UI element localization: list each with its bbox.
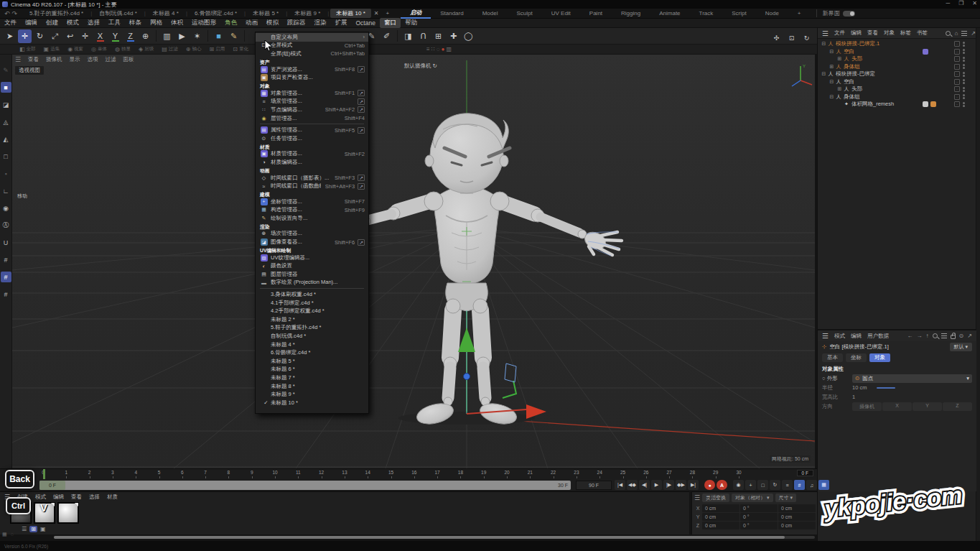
- tree-caret[interactable]: ⊞: [836, 56, 843, 62]
- coord-position-input[interactable]: 0 cm: [702, 513, 739, 521]
- tree-object-label[interactable]: 空白: [844, 78, 854, 85]
- menubar-item-编辑[interactable]: 编辑: [21, 18, 42, 28]
- timeline-ruler[interactable]: 0123456789101112131415161718192021222324…: [0, 469, 817, 480]
- visibility-dots[interactable]: [963, 87, 965, 92]
- next-frame-button[interactable]: |▶: [663, 480, 674, 490]
- menu-document-item[interactable]: 3.身体刷权重.c4d *: [256, 290, 368, 299]
- coord-position-input[interactable]: 0 cm: [702, 504, 739, 512]
- toolbar2-item-独显[interactable]: ◍独显: [111, 46, 134, 52]
- om-menu-书签[interactable]: 书签: [917, 29, 928, 37]
- size-mode-dropdown[interactable]: 尺寸 ▾: [775, 494, 796, 502]
- object-tree-row[interactable]: ⊞人头部·: [818, 85, 980, 93]
- grid-snap-icon[interactable]: ⊞: [431, 29, 445, 43]
- record-keyframe-button[interactable]: ●: [704, 480, 715, 490]
- prev-frame-button[interactable]: ◀|: [639, 480, 650, 490]
- enable-toggle[interactable]: ·: [954, 86, 960, 92]
- layout-tab-启动[interactable]: 启动: [401, 8, 431, 19]
- lock-icon[interactable]: [951, 335, 956, 339]
- menubar-item-工具[interactable]: 工具: [104, 18, 125, 28]
- menu-item-colors[interactable]: ◐颜色设置: [256, 261, 368, 270]
- menu-item-picture-viewer[interactable]: ◪图像查看器...Shift+F6↗: [256, 238, 368, 246]
- range-start-handle[interactable]: 0 F: [39, 481, 65, 490]
- filter-icon[interactable]: [941, 333, 947, 338]
- hamburger-icon[interactable]: ☰: [694, 494, 700, 501]
- play-button[interactable]: ▶: [651, 480, 662, 490]
- menubar-item-模式[interactable]: 模式: [62, 18, 83, 28]
- radius-slider[interactable]: [877, 387, 895, 389]
- menubar-item-网格[interactable]: 网格: [146, 18, 167, 28]
- menu-document-item[interactable]: 未标题 2 *: [256, 315, 368, 324]
- radius-value[interactable]: 10 cm: [852, 384, 867, 391]
- orientation-axis-Z[interactable]: Z: [943, 402, 972, 411]
- refresh-icon[interactable]: ◌: [11, 532, 14, 537]
- coord-mode-dropdown[interactable]: 对象（相对） ▾: [732, 494, 773, 502]
- orientation-mode-button[interactable]: 摄像机: [852, 402, 882, 411]
- viewport[interactable]: Y ☰查看摄像机显示选项过滤面板 透视视图 默认摄像机 ↻ 网格视距: 50 c…: [12, 55, 815, 468]
- record-pla-button[interactable]: #: [794, 480, 805, 490]
- popout-icon[interactable]: ↗: [967, 333, 972, 339]
- tree-object-label[interactable]: 体积网格_remesh: [851, 101, 894, 108]
- layout-tab-animate[interactable]: Animate: [650, 9, 689, 17]
- hamburger-icon[interactable]: ☰: [822, 29, 829, 37]
- create-cube-button[interactable]: ■: [212, 29, 225, 43]
- record-position-button[interactable]: +: [745, 480, 756, 490]
- material-menu-查看[interactable]: 查看: [71, 494, 82, 501]
- visibility-dots[interactable]: [963, 42, 965, 47]
- menubar-item-文件[interactable]: 文件: [0, 18, 21, 28]
- object-tree-row[interactable]: ⊟人模块拼接-已绑定·: [818, 70, 980, 78]
- document-tab[interactable]: 6.骨骼绑定.c4d *: [189, 9, 243, 18]
- tree-caret[interactable]: ⊟: [821, 71, 827, 77]
- layout-tab-model[interactable]: Model: [473, 9, 508, 17]
- tree-object-label[interactable]: 头部: [851, 55, 862, 62]
- layout-tab-node[interactable]: Node: [756, 9, 788, 17]
- grid-view-icon[interactable]: ⊞: [29, 526, 37, 532]
- menubar-item-样条[interactable]: 样条: [125, 18, 146, 28]
- move-tool[interactable]: ✛: [18, 29, 32, 43]
- object-tree-row[interactable]: ⊟人身体组·: [818, 93, 980, 101]
- toolbar2-item-量化[interactable]: ⊡量化: [229, 46, 252, 52]
- menu-item-layer-manager[interactable]: ◉层管理器...Shift+F4: [256, 114, 368, 123]
- menu-item-task-manager[interactable]: ⊙任务管理器...: [256, 134, 368, 143]
- document-tab[interactable]: 自制玩偶.c4d *: [93, 9, 142, 18]
- total-frames-input[interactable]: 90 F: [576, 481, 612, 490]
- attr-menu-编辑[interactable]: 编辑: [851, 333, 862, 340]
- list-view-icon[interactable]: ☰: [22, 526, 27, 532]
- menu-item-projection-man[interactable]: ▬数字绘景 (Projection Man)...: [256, 279, 368, 287]
- enable-toggle[interactable]: ·: [954, 79, 960, 85]
- prev-key-button[interactable]: ◀◆: [627, 480, 638, 490]
- visibility-dots[interactable]: [963, 102, 965, 107]
- toolbar2-item-启用[interactable]: ⊞启用: [206, 46, 229, 52]
- horizontal-scrollbar[interactable]: [54, 536, 815, 539]
- preview-range-slider[interactable]: 0 F 30 F: [39, 481, 571, 490]
- visibility-dots[interactable]: [963, 57, 965, 62]
- last-tool[interactable]: ↩: [63, 29, 77, 43]
- menu-item-timeline-dopesheet[interactable]: ◇时间线窗口（摄影表）...Shift+F3↗: [256, 174, 368, 182]
- object-tree-row[interactable]: ✦体积网格_remesh·: [818, 101, 980, 108]
- menu-document-item[interactable]: 4.2手部绑定权重.c4d *: [256, 307, 368, 315]
- tree-object-label[interactable]: 模块拼接-已绑定: [836, 70, 875, 78]
- maximize-button[interactable]: ❐: [958, 0, 963, 6]
- newui-toggle[interactable]: [843, 11, 855, 17]
- up-arrow-icon[interactable]: ↑: [926, 333, 929, 339]
- attr-tab-对象[interactable]: 对象: [869, 353, 890, 362]
- render-settings-button[interactable]: ✶: [190, 29, 204, 43]
- menu-document-item[interactable]: ✓未标题 10 *: [256, 399, 368, 407]
- hamburger-icon[interactable]: ☰: [822, 332, 829, 340]
- menubar-item-渲染[interactable]: 渲染: [310, 18, 331, 28]
- coord-size-input[interactable]: 0 cm: [778, 522, 816, 529]
- y-axis-lock[interactable]: Y: [108, 29, 122, 43]
- snap-auto-icon[interactable]: #: [1, 289, 11, 300]
- menu-item-paint-layer-manager[interactable]: ▤图层管理器: [256, 270, 368, 279]
- menubar-item-模拟[interactable]: 模拟: [262, 18, 283, 28]
- menu-document-item[interactable]: 未标题 8 *: [256, 382, 368, 391]
- toolbar2-item-轴心[interactable]: ⊕轴心: [182, 46, 205, 52]
- axis-mode-icon[interactable]: ∟: [1, 185, 11, 196]
- search-icon[interactable]: [933, 333, 938, 338]
- toolbar2-item-过滤[interactable]: ▤过滤: [158, 46, 182, 52]
- tree-object-label[interactable]: 模块拼接-已绑定.1: [836, 40, 879, 47]
- material-menu-模式[interactable]: 模式: [35, 494, 46, 501]
- menubar-item-体积[interactable]: 体积: [167, 18, 187, 28]
- target-icon[interactable]: ⊙: [959, 333, 964, 339]
- autokey-button[interactable]: A: [717, 480, 727, 490]
- snap-quantize-icon[interactable]: #: [1, 272, 11, 282]
